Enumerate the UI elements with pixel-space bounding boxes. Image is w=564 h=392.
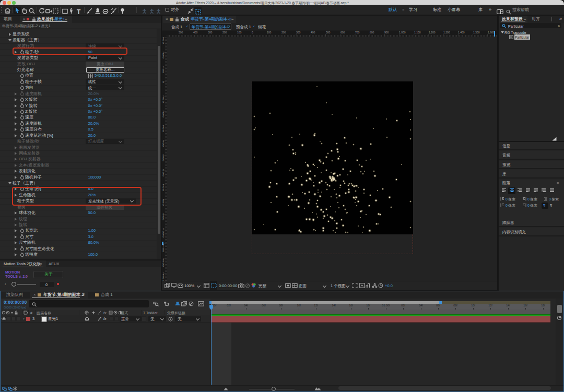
svg-text:fx: fx [103, 311, 107, 315]
